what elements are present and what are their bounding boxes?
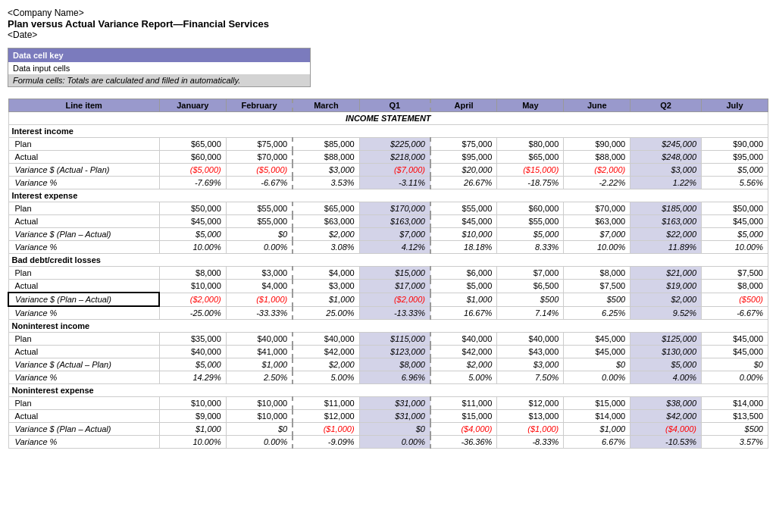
col-header-february: February: [226, 99, 293, 112]
data-row-4-0: Plan$10,000$10,000$11,000$31,000$11,000$…: [8, 397, 768, 410]
section-header-4: Noninterest expense: [8, 384, 768, 397]
data-row-1-3: Variance %10.00%0.00%3.08%4.12%18.18%8.3…: [8, 241, 768, 254]
report-date: <Date>: [8, 30, 768, 40]
legend-box: Data cell key Data input cells Formula c…: [8, 48, 311, 87]
income-statement-label: INCOME STATEMENT: [8, 112, 768, 125]
company-name: <Company Name>: [8, 8, 768, 18]
data-row-0-3: Variance %-7.69%-6.67%3.53%-3.11%26.67%-…: [8, 177, 768, 189]
data-row-3-3: Variance %14.29%2.50%5.00%6.96%5.00%7.50…: [8, 371, 768, 384]
data-row-4-3: Variance %10.00%0.00%-9.09%0.00%-36.36%-…: [8, 436, 768, 449]
col-header-january: January: [159, 99, 226, 112]
col-header-april: April: [430, 99, 497, 112]
col-header-lineitem: Line item: [8, 99, 159, 112]
data-row-3-0: Plan$35,000$40,000$40,000$115,000$40,000…: [8, 333, 768, 346]
table-header-row: Line item January February March Q1 Apri…: [8, 99, 768, 112]
data-row-3-1: Actual$40,000$41,000$42,000$123,000$42,0…: [8, 346, 768, 358]
col-header-march: March: [293, 99, 359, 112]
highlighted-variance-row: Variance $ (Plan – Actual)($2,000)($1,00…: [8, 293, 768, 306]
col-header-july: July: [702, 99, 768, 112]
data-row-4-1: Actual$9,000$10,000$12,000$31,000$15,000…: [8, 410, 768, 423]
col-header-june: June: [564, 99, 630, 112]
report-title: Plan versus Actual Variance Report—Finan…: [8, 18, 768, 30]
data-row-1-1: Actual$45,000$55,000$63,000$163,000$45,0…: [8, 215, 768, 228]
section-header-0: Interest income: [8, 125, 768, 138]
data-row-2-1: Actual$10,000$4,000$3,000$17,000$5,000$6…: [8, 280, 768, 293]
data-row-0-2: Variance $ (Actual - Plan)($5,000)($5,00…: [8, 164, 768, 177]
legend-header: Data cell key: [8, 49, 310, 62]
col-header-q2: Q2: [630, 99, 702, 112]
report-header: <Company Name> Plan versus Actual Varian…: [8, 8, 768, 40]
data-row-2-0: Plan$8,000$3,000$4,000$15,000$6,000$7,00…: [8, 267, 768, 280]
data-row-1-2: Variance $ (Plan – Actual)$5,000$0$2,000…: [8, 228, 768, 241]
legend-input-label: Data input cells: [8, 62, 310, 74]
data-row-0-1: Actual$60,000$70,000$88,000$218,000$95,0…: [8, 151, 768, 164]
data-row-2-3: Variance %-25.00%-33.33%25.00%-13.33%16.…: [8, 306, 768, 320]
data-row-3-2: Variance $ (Actual – Plan)$5,000$1,000$2…: [8, 358, 768, 371]
data-row-1-0: Plan$50,000$55,000$65,000$170,000$55,000…: [8, 202, 768, 215]
col-header-q1: Q1: [359, 99, 430, 112]
col-header-may: May: [497, 99, 564, 112]
section-header-1: Interest expense: [8, 189, 768, 202]
section-header-3: Noninterest income: [8, 320, 768, 333]
data-row-4-2: Variance $ (Plan – Actual)$1,000$0($1,00…: [8, 423, 768, 436]
data-row-0-0: Plan$65,000$75,000$85,000$225,000$75,000…: [8, 138, 768, 151]
section-header-2: Bad debt/credit losses: [8, 254, 768, 267]
main-table-container: Line item January February March Q1 Apri…: [8, 99, 768, 449]
variance-table: Line item January February March Q1 Apri…: [8, 99, 768, 449]
legend-formula-label: Formula cells: Totals are calculated and…: [8, 74, 310, 86]
